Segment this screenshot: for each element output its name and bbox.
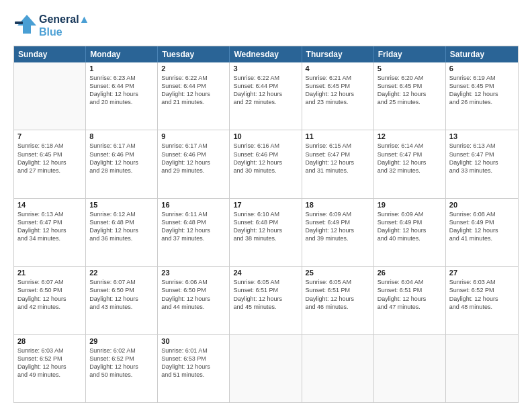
calendar-row-2: 14Sunrise: 6:13 AMSunset: 6:47 PMDayligh…: [14, 199, 518, 267]
calendar-cell: 7Sunrise: 6:18 AMSunset: 6:45 PMDaylight…: [14, 130, 86, 197]
cell-info-line: and 42 minutes.: [17, 303, 82, 311]
cell-info-line: Sunset: 6:46 PM: [233, 150, 298, 158]
cell-info-line: Sunrise: 6:19 AM: [449, 74, 515, 82]
day-number: 30: [161, 337, 226, 345]
cell-info-line: Daylight: 12 hours: [161, 158, 226, 167]
weekday-header-saturday: Saturday: [446, 46, 518, 62]
cell-info-line: Sunset: 6:50 PM: [89, 286, 154, 294]
cell-info-line: Sunrise: 6:13 AM: [449, 142, 515, 150]
calendar-cell: [14, 62, 86, 130]
cell-info-line: and 26 minutes.: [449, 98, 515, 106]
cell-info-line: Sunset: 6:45 PM: [17, 150, 82, 158]
svg-rect-1: [15, 21, 23, 24]
page: General▲ Blue SundayMondayTuesdayWednesd…: [0, 0, 532, 411]
calendar-cell: 21Sunrise: 6:07 AMSunset: 6:50 PMDayligh…: [14, 267, 86, 334]
cell-info-line: Daylight: 12 hours: [449, 90, 515, 98]
cell-info-line: Sunrise: 6:11 AM: [161, 210, 226, 218]
calendar-cell: 4Sunrise: 6:21 AMSunset: 6:45 PMDaylight…: [302, 62, 374, 130]
cell-info-line: Daylight: 12 hours: [233, 90, 298, 98]
cell-info-line: Sunset: 6:46 PM: [161, 150, 226, 158]
day-number: 29: [89, 337, 154, 345]
cell-info-line: Sunset: 6:50 PM: [17, 286, 82, 294]
cell-info-line: and 50 minutes.: [89, 371, 154, 379]
cell-info-line: Daylight: 12 hours: [89, 363, 154, 371]
cell-info-line: Sunset: 6:45 PM: [378, 82, 442, 90]
cell-info-line: Daylight: 12 hours: [378, 226, 442, 234]
day-number: 9: [161, 132, 226, 140]
logo: General▲ Blue: [13, 12, 89, 39]
day-number: 27: [449, 269, 515, 277]
cell-info-line: and 44 minutes.: [161, 303, 226, 311]
cell-info-line: Daylight: 12 hours: [89, 295, 154, 303]
day-number: 2: [161, 64, 226, 73]
calendar-cell: 23Sunrise: 6:06 AMSunset: 6:50 PMDayligh…: [158, 267, 230, 334]
weekday-header-thursday: Thursday: [302, 46, 374, 62]
cell-info-line: Sunset: 6:45 PM: [306, 82, 370, 90]
weekday-header-friday: Friday: [374, 46, 446, 62]
cell-info-line: Daylight: 12 hours: [89, 158, 154, 167]
cell-info-line: Daylight: 12 hours: [89, 226, 154, 234]
cell-info-line: Sunrise: 6:22 AM: [233, 74, 298, 82]
cell-info-line: and 31 minutes.: [306, 167, 370, 175]
cell-info-line: Daylight: 12 hours: [17, 363, 82, 371]
cell-info-line: Sunset: 6:47 PM: [449, 150, 515, 158]
cell-info-line: and 22 minutes.: [233, 98, 298, 106]
cell-info-line: Sunrise: 6:12 AM: [89, 210, 154, 218]
calendar-row-1: 7Sunrise: 6:18 AMSunset: 6:45 PMDaylight…: [14, 130, 518, 198]
calendar-cell: [230, 335, 302, 402]
cell-info-line: Sunset: 6:50 PM: [161, 286, 226, 294]
calendar-cell: 27Sunrise: 6:03 AMSunset: 6:52 PMDayligh…: [446, 267, 518, 334]
calendar-cell: 8Sunrise: 6:17 AMSunset: 6:46 PMDaylight…: [86, 130, 158, 197]
calendar-cell: 6Sunrise: 6:19 AMSunset: 6:45 PMDaylight…: [446, 62, 518, 130]
day-number: 20: [449, 201, 515, 209]
cell-info-line: and 46 minutes.: [306, 303, 370, 311]
calendar-cell: 9Sunrise: 6:17 AMSunset: 6:46 PMDaylight…: [158, 130, 230, 197]
cell-info-line: Sunrise: 6:09 AM: [306, 210, 370, 218]
cell-info-line: Sunset: 6:44 PM: [233, 82, 298, 90]
cell-info-line: and 41 minutes.: [449, 234, 515, 242]
cell-info-line: Daylight: 12 hours: [17, 158, 82, 167]
cell-info-line: Sunset: 6:51 PM: [378, 286, 442, 294]
cell-info-line: and 23 minutes.: [306, 98, 370, 106]
cell-info-line: Sunset: 6:53 PM: [161, 355, 226, 363]
weekday-header-monday: Monday: [86, 46, 158, 62]
cell-info-line: and 51 minutes.: [161, 371, 226, 379]
calendar-cell: 29Sunrise: 6:02 AMSunset: 6:52 PMDayligh…: [86, 335, 158, 402]
cell-info-line: Daylight: 12 hours: [17, 226, 82, 234]
cell-info-line: and 29 minutes.: [161, 167, 226, 175]
day-number: 23: [161, 269, 226, 277]
calendar-cell: [446, 335, 518, 402]
calendar-cell: 13Sunrise: 6:13 AMSunset: 6:47 PMDayligh…: [446, 130, 518, 197]
cell-info-line: Sunset: 6:44 PM: [89, 82, 154, 90]
day-number: 11: [306, 132, 370, 140]
cell-info-line: Sunset: 6:52 PM: [449, 286, 515, 294]
cell-info-line: and 32 minutes.: [378, 167, 442, 175]
calendar-cell: 3Sunrise: 6:22 AMSunset: 6:44 PMDaylight…: [230, 62, 302, 130]
cell-info-line: and 30 minutes.: [233, 167, 298, 175]
day-number: 17: [233, 201, 298, 209]
day-number: 22: [89, 269, 154, 277]
calendar-cell: 24Sunrise: 6:05 AMSunset: 6:51 PMDayligh…: [230, 267, 302, 334]
calendar-cell: 2Sunrise: 6:22 AMSunset: 6:44 PMDaylight…: [158, 62, 230, 130]
cell-info-line: Sunset: 6:51 PM: [233, 286, 298, 294]
cell-info-line: Sunrise: 6:15 AM: [306, 142, 370, 150]
cell-info-line: Daylight: 12 hours: [306, 226, 370, 234]
day-number: 19: [378, 201, 442, 209]
cell-info-line: and 21 minutes.: [161, 98, 226, 106]
calendar-cell: 15Sunrise: 6:12 AMSunset: 6:48 PMDayligh…: [86, 199, 158, 266]
cell-info-line: Sunrise: 6:01 AM: [161, 347, 226, 355]
cell-info-line: and 20 minutes.: [89, 98, 154, 106]
calendar-cell: 28Sunrise: 6:03 AMSunset: 6:52 PMDayligh…: [14, 335, 86, 402]
day-number: 8: [89, 132, 154, 140]
cell-info-line: and 40 minutes.: [378, 234, 442, 242]
calendar-cell: 17Sunrise: 6:10 AMSunset: 6:48 PMDayligh…: [230, 199, 302, 266]
cell-info-line: Sunrise: 6:22 AM: [161, 74, 226, 82]
cell-info-line: Daylight: 12 hours: [449, 226, 515, 234]
day-number: 7: [17, 132, 82, 140]
cell-info-line: and 47 minutes.: [378, 303, 442, 311]
cell-info-line: and 48 minutes.: [449, 303, 515, 311]
cell-info-line: Daylight: 12 hours: [449, 295, 515, 303]
calendar-cell: 11Sunrise: 6:15 AMSunset: 6:47 PMDayligh…: [302, 130, 374, 197]
cell-info-line: and 28 minutes.: [89, 167, 154, 175]
cell-info-line: Sunset: 6:47 PM: [306, 150, 370, 158]
